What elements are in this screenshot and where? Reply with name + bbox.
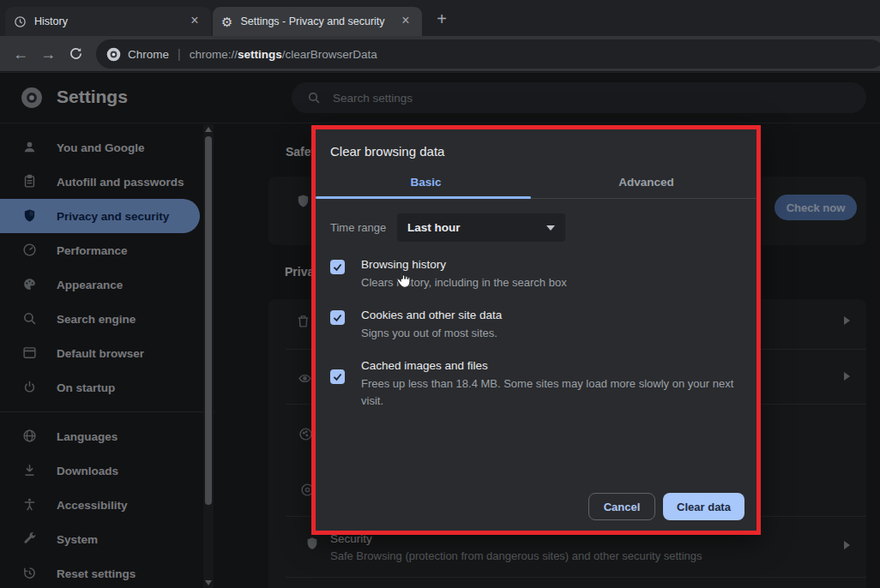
- checkbox-description: Frees up less than 18.4 MB. Some sites m…: [361, 375, 738, 411]
- settings-page: Settings Search settings You and Google: [0, 73, 880, 588]
- cookies-row: Cookies and other site data Signs you ou…: [330, 309, 742, 343]
- browser-window: History × ⚙ Settings - Privacy and secur…: [0, 0, 880, 588]
- tab-title: History: [34, 15, 178, 27]
- url-text: chrome://settings/clearBrowserData: [190, 48, 377, 61]
- time-range-value: Last hour: [407, 221, 461, 234]
- cookies-checkbox[interactable]: [330, 310, 345, 325]
- close-tab-icon[interactable]: ×: [187, 14, 202, 29]
- cancel-button[interactable]: Cancel: [588, 493, 655, 520]
- browsing-history-checkbox[interactable]: [330, 260, 345, 274]
- gear-icon: ⚙: [221, 15, 232, 28]
- new-tab-button[interactable]: +: [431, 9, 453, 31]
- tab-bar: History × ⚙ Settings - Privacy and secur…: [0, 0, 880, 36]
- forward-icon[interactable]: →: [38, 44, 58, 64]
- address-bar[interactable]: Chrome | chrome://settings/clearBrowserD…: [96, 39, 880, 69]
- chrome-logo-icon: [106, 47, 121, 62]
- tab-title: Settings - Privacy and security: [240, 15, 389, 27]
- clear-browsing-data-dialog: Clear browsing data Basic Advanced Time …: [311, 125, 761, 535]
- cached-images-checkbox[interactable]: [330, 369, 345, 384]
- site-label: Chrome: [128, 48, 169, 61]
- close-tab-icon[interactable]: ×: [398, 14, 413, 29]
- time-range-dropdown[interactable]: Last hour: [397, 213, 565, 242]
- tab-settings[interactable]: ⚙ Settings - Privacy and security ×: [213, 7, 422, 36]
- tab-advanced[interactable]: Advanced: [536, 170, 756, 198]
- mouse-cursor: [394, 269, 412, 291]
- omnibox-separator: |: [178, 47, 181, 61]
- checkbox-description: Clears history, including in the search …: [361, 274, 567, 292]
- browser-toolbar: ← → Chrome | chrome://settings/clearBrow…: [0, 36, 880, 72]
- checkbox-description: Signs you out of most sites.: [361, 325, 502, 343]
- tab-basic[interactable]: Basic: [316, 170, 536, 198]
- clear-data-button[interactable]: Clear data: [663, 493, 744, 520]
- cached-images-row: Cached images and files Frees up less th…: [330, 359, 742, 411]
- dialog-tab-strip: Basic Advanced: [316, 170, 756, 199]
- back-icon[interactable]: ←: [10, 44, 31, 64]
- reload-icon[interactable]: [65, 44, 86, 64]
- checkbox-label[interactable]: Cached images and files: [361, 359, 738, 372]
- tab-history[interactable]: History ×: [5, 7, 211, 36]
- dialog-title: Clear browsing data: [316, 129, 756, 159]
- history-icon: [14, 15, 27, 28]
- time-range-label: Time range: [330, 221, 397, 234]
- browsing-history-row: Browsing history Clears history, includi…: [330, 258, 742, 292]
- checkbox-label[interactable]: Browsing history: [361, 258, 567, 271]
- checkbox-label[interactable]: Cookies and other site data: [361, 309, 502, 321]
- chevron-down-icon: [546, 225, 555, 231]
